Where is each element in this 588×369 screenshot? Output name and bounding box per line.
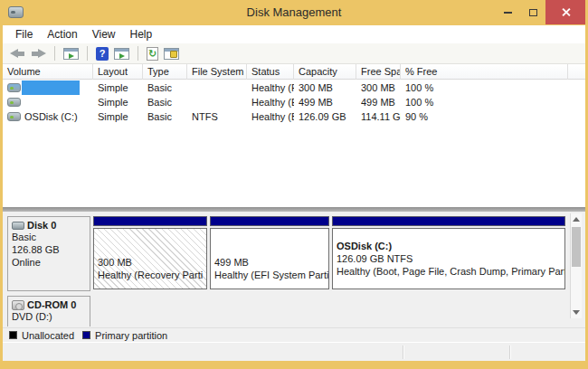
cell-type: Basic bbox=[147, 95, 187, 109]
refresh-icon[interactable]: ↻ bbox=[147, 47, 158, 61]
status-bar bbox=[3, 342, 585, 361]
cell-free-space: 499 MB bbox=[361, 95, 401, 109]
cell-percent-free: 100 % bbox=[405, 95, 460, 109]
column-capacity[interactable]: Capacity bbox=[294, 64, 356, 80]
volume-icon bbox=[7, 83, 21, 92]
cell-volume bbox=[24, 95, 93, 109]
cell-layout: Simple bbox=[98, 109, 143, 124]
legend-label-primary-partition: Primary partition bbox=[95, 330, 167, 341]
partition-osdisk-c[interactable]: OSDisk (C:) 126.09 GB NTFS Healthy (Boot… bbox=[332, 216, 565, 290]
toolbar: ? ↻ bbox=[3, 43, 585, 64]
menu-bar: File Action View Help bbox=[3, 25, 585, 43]
help-icon[interactable]: ? bbox=[96, 47, 109, 61]
menu-action[interactable]: Action bbox=[40, 26, 84, 43]
legend-swatch-primary-partition bbox=[82, 331, 90, 339]
column-percent-free[interactable]: % Free bbox=[401, 64, 568, 80]
disk-properties-icon[interactable] bbox=[164, 48, 179, 60]
partition-status: Healthy (Boot, Page File, Crash Dump, Pr… bbox=[337, 265, 561, 278]
partition-size: 300 MB bbox=[98, 256, 203, 269]
cell-capacity: 499 MB bbox=[299, 95, 356, 109]
cell-free-space: 300 MB bbox=[361, 80, 401, 95]
partition-size: 499 MB bbox=[214, 256, 325, 269]
menu-view[interactable]: View bbox=[85, 26, 123, 43]
volume-list-header: Volume Layout Type File System Status Ca… bbox=[3, 64, 585, 80]
partition-efi[interactable]: 499 MB Healthy (EFI System Partit bbox=[210, 216, 329, 290]
cell-file-system bbox=[192, 95, 247, 109]
column-type[interactable]: Type bbox=[143, 64, 187, 80]
scrollbar-thumb[interactable] bbox=[572, 227, 581, 267]
scroll-down-icon[interactable] bbox=[571, 307, 582, 318]
partition-status: Healthy (EFI System Partit bbox=[214, 269, 325, 281]
cell-file-system: NTFS bbox=[192, 109, 247, 124]
partition-body: 499 MB Healthy (EFI System Partit bbox=[210, 228, 329, 289]
close-icon bbox=[561, 7, 571, 17]
forward-icon[interactable] bbox=[31, 49, 46, 59]
partition-body: OSDisk (C:) 126.09 GB NTFS Healthy (Boot… bbox=[332, 228, 565, 289]
toolbar-separator bbox=[138, 46, 138, 61]
menu-help[interactable]: Help bbox=[123, 26, 160, 43]
volume-icon bbox=[7, 112, 21, 121]
graph-pane-scrollbar[interactable] bbox=[570, 213, 582, 318]
table-row[interactable]: OSDisk (C:) Simple Basic NTFS Healthy (B… bbox=[3, 109, 585, 124]
cdrom-icon bbox=[12, 300, 24, 310]
partition-size: 126.09 GB NTFS bbox=[337, 252, 561, 265]
primary-partition-color-bar bbox=[210, 216, 329, 226]
maximize-icon bbox=[529, 9, 537, 16]
cell-type: Basic bbox=[147, 80, 187, 95]
toolbar-separator bbox=[54, 46, 55, 61]
show-action-pane-icon[interactable] bbox=[114, 48, 129, 60]
cell-status: Healthy (E... bbox=[251, 95, 294, 109]
cdrom0-media: DVD (D:) bbox=[12, 310, 88, 323]
cell-free-space: 114.11 GB bbox=[361, 109, 401, 124]
partition-title: OSDisk (C:) bbox=[337, 240, 561, 252]
title-bar: Disk Management bbox=[0, 0, 588, 25]
cell-percent-free: 90 % bbox=[405, 109, 460, 124]
legend-bar: Unallocated Primary partition bbox=[3, 327, 585, 342]
cell-volume: OSDisk (C:) bbox=[24, 109, 93, 124]
show-console-tree-icon[interactable] bbox=[63, 48, 79, 60]
column-free-space[interactable]: Free Spa... bbox=[356, 64, 401, 80]
legend-label-unallocated: Unallocated bbox=[22, 330, 74, 341]
cell-status: Healthy (B... bbox=[251, 109, 294, 124]
disk-management-window: Disk Management File Action View Help ? … bbox=[0, 0, 588, 369]
disk0-name: Disk 0 bbox=[27, 220, 56, 231]
toolbar-separator bbox=[87, 46, 88, 61]
back-icon[interactable] bbox=[10, 49, 25, 59]
partition-body: 300 MB Healthy (Recovery Parti bbox=[93, 228, 207, 289]
disk0-type: Basic bbox=[12, 231, 88, 243]
cell-layout: Simple bbox=[98, 95, 143, 109]
scroll-up-icon[interactable] bbox=[571, 213, 582, 225]
close-button[interactable] bbox=[545, 0, 585, 24]
cdrom0-name: CD-ROM 0 bbox=[27, 299, 76, 310]
volume-list: Volume Layout Type File System Status Ca… bbox=[3, 64, 585, 207]
cell-type: Basic bbox=[147, 109, 187, 124]
menu-file[interactable]: File bbox=[8, 26, 40, 43]
partition-status: Healthy (Recovery Parti bbox=[98, 269, 203, 281]
table-row[interactable]: Simple Basic Healthy (E... 499 MB 499 MB… bbox=[3, 95, 585, 109]
maximize-button[interactable] bbox=[520, 0, 545, 24]
column-status[interactable]: Status bbox=[247, 64, 294, 80]
volume-icon bbox=[7, 98, 21, 107]
table-row[interactable]: Simple Basic Healthy (R... 300 MB 300 MB… bbox=[3, 80, 585, 95]
cdrom0-label-panel[interactable]: CD-ROM 0 DVD (D:) bbox=[7, 296, 90, 326]
column-layout[interactable]: Layout bbox=[93, 64, 143, 80]
minimize-button[interactable] bbox=[496, 0, 520, 24]
disk0-name-row: Disk 0 bbox=[12, 220, 88, 231]
disk-icon bbox=[12, 222, 24, 230]
status-bar-separator bbox=[509, 345, 510, 359]
cell-status: Healthy (R... bbox=[251, 80, 294, 95]
legend-swatch-unallocated bbox=[9, 331, 17, 339]
cell-percent-free: 100 % bbox=[405, 80, 460, 95]
column-volume[interactable]: Volume bbox=[3, 64, 93, 80]
primary-partition-color-bar bbox=[93, 216, 207, 226]
cdrom0-name-row: CD-ROM 0 bbox=[12, 299, 88, 310]
cell-capacity: 300 MB bbox=[299, 80, 356, 95]
disk0-label-panel[interactable]: Disk 0 Basic 126.88 GB Online bbox=[7, 216, 90, 291]
partition-recovery[interactable]: 300 MB Healthy (Recovery Parti bbox=[93, 216, 207, 290]
cell-layout: Simple bbox=[98, 80, 143, 95]
column-file-system[interactable]: File System bbox=[187, 64, 247, 80]
status-bar-separator bbox=[403, 345, 403, 359]
cell-file-system bbox=[192, 80, 247, 95]
disk0-status: Online bbox=[12, 256, 88, 269]
disk0-size: 126.88 GB bbox=[12, 243, 88, 256]
